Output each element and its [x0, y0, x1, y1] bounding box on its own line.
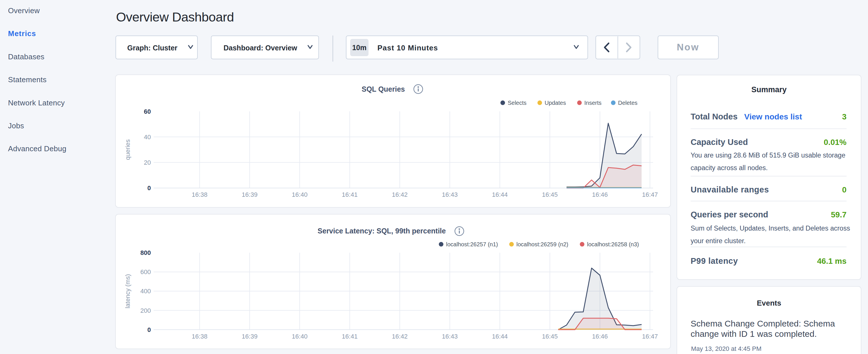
svg-text:localhost:26257 (n1): localhost:26257 (n1)	[446, 241, 498, 248]
svg-text:16:45: 16:45	[542, 191, 558, 198]
svg-text:200: 200	[141, 307, 151, 314]
svg-text:16:46: 16:46	[592, 191, 608, 198]
svg-text:SQL Queries: SQL Queries	[362, 85, 405, 93]
svg-text:0: 0	[842, 185, 846, 194]
svg-text:Deletes: Deletes	[618, 100, 638, 106]
svg-text:0: 0	[147, 185, 151, 192]
svg-text:Now: Now	[677, 42, 700, 53]
svg-text:0: 0	[147, 326, 151, 333]
svg-text:16:41: 16:41	[342, 191, 358, 198]
svg-text:Service Latency: SQL, 99th per: Service Latency: SQL, 99th percentile	[317, 227, 445, 235]
svg-text:Summary: Summary	[751, 85, 786, 94]
svg-text:16:38: 16:38	[192, 333, 208, 340]
svg-text:Queries per second: Queries per second	[691, 210, 768, 219]
svg-text:40: 40	[144, 133, 151, 141]
svg-text:Advanced Debug: Advanced Debug	[8, 144, 66, 153]
svg-text:Statements: Statements	[8, 75, 47, 84]
svg-text:16:39: 16:39	[242, 191, 258, 198]
svg-text:Selects: Selects	[508, 100, 527, 106]
svg-text:latency (ms): latency (ms)	[124, 274, 131, 309]
svg-text:Events: Events	[757, 299, 781, 307]
svg-text:Unavailable ranges: Unavailable ranges	[691, 185, 769, 194]
svg-text:change with ID 1 was completed: change with ID 1 was completed.	[691, 329, 817, 339]
svg-text:800: 800	[141, 249, 151, 256]
svg-text:16:43: 16:43	[442, 333, 458, 340]
svg-text:Capacity Used: Capacity Used	[691, 137, 748, 147]
svg-text:Metrics: Metrics	[8, 29, 36, 38]
svg-text:16:38: 16:38	[192, 191, 208, 198]
svg-text:You are using 28.6 MiB of 515.: You are using 28.6 MiB of 515.9 GiB usab…	[691, 152, 845, 159]
svg-text:16:47: 16:47	[642, 191, 658, 198]
svg-text:Network Latency: Network Latency	[8, 99, 65, 107]
svg-text:Updates: Updates	[545, 100, 566, 106]
svg-text:20: 20	[144, 159, 151, 166]
svg-text:10m: 10m	[352, 43, 367, 52]
svg-text:16:39: 16:39	[242, 333, 258, 340]
svg-text:your entire cluster.: your entire cluster.	[691, 237, 746, 245]
svg-text:Inserts: Inserts	[584, 100, 601, 106]
svg-text:16:42: 16:42	[392, 191, 407, 198]
svg-text:P99 latency: P99 latency	[691, 256, 738, 265]
svg-text:Graph: Cluster: Graph: Cluster	[127, 44, 177, 52]
svg-text:60: 60	[144, 108, 151, 115]
svg-text:46.1 ms: 46.1 ms	[817, 257, 846, 265]
svg-text:Jobs: Jobs	[8, 122, 24, 130]
svg-text:Total Nodes: Total Nodes	[691, 112, 738, 121]
svg-text:Overview: Overview	[8, 6, 40, 15]
svg-text:16:46: 16:46	[592, 333, 608, 340]
svg-text:59.7: 59.7	[831, 210, 847, 219]
svg-text:0.01%: 0.01%	[824, 138, 846, 147]
svg-text:May 13, 2020 at 4:45 PM: May 13, 2020 at 4:45 PM	[691, 345, 762, 352]
svg-text:Overview Dashboard: Overview Dashboard	[116, 10, 234, 24]
svg-text:600: 600	[141, 268, 151, 276]
svg-text:Dashboard: Overview: Dashboard: Overview	[223, 44, 298, 52]
svg-text:16:41: 16:41	[342, 333, 358, 340]
svg-text:16:47: 16:47	[642, 333, 658, 340]
svg-text:Schema Change Completed: Schem: Schema Change Completed: Schema	[691, 319, 835, 328]
svg-text:16:44: 16:44	[492, 191, 508, 198]
svg-text:localhost:26259 (n2): localhost:26259 (n2)	[517, 241, 568, 248]
svg-text:16:43: 16:43	[442, 191, 458, 198]
svg-text:Sum of Selects, Updates, Inser: Sum of Selects, Updates, Inserts, and De…	[691, 225, 850, 232]
svg-text:16:40: 16:40	[292, 333, 308, 340]
svg-text:16:42: 16:42	[392, 333, 407, 340]
svg-text:16:45: 16:45	[542, 333, 558, 340]
svg-text:16:40: 16:40	[292, 191, 308, 198]
svg-text:capacity across all nodes.: capacity across all nodes.	[691, 164, 768, 171]
svg-text:localhost:26258 (n3): localhost:26258 (n3)	[587, 241, 639, 248]
svg-text:queries: queries	[124, 139, 131, 160]
svg-text:400: 400	[141, 288, 151, 295]
svg-text:3: 3	[842, 112, 846, 121]
svg-text:Past 10 Minutes: Past 10 Minutes	[377, 43, 438, 52]
svg-text:Databases: Databases	[8, 53, 44, 61]
svg-text:View nodes list: View nodes list	[744, 112, 802, 121]
svg-text:16:44: 16:44	[492, 333, 508, 340]
